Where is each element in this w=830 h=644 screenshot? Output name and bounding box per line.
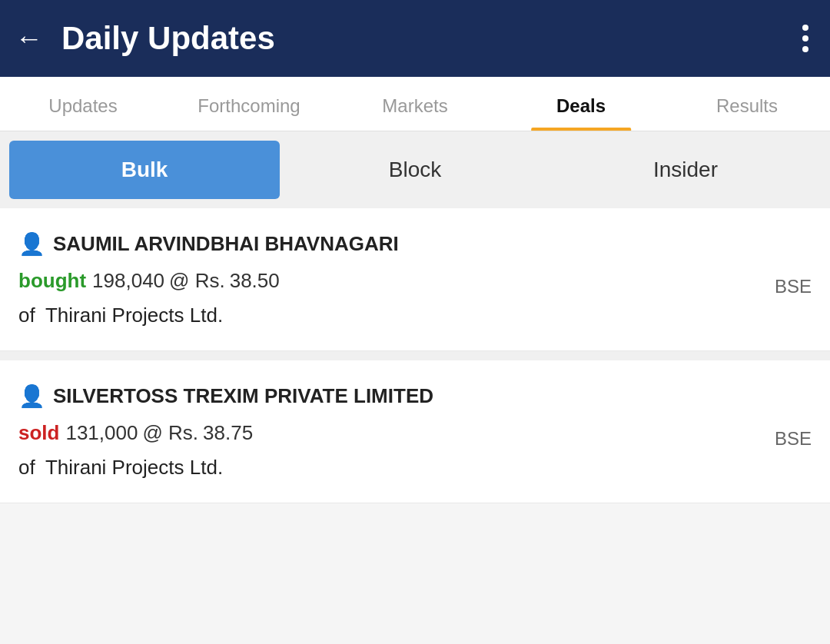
deal-company-of: of	[18, 304, 35, 327]
tab-bar: Updates Forthcoming Markets Deals Result…	[0, 77, 830, 131]
deal-company-name: Thirani Projects Ltd.	[45, 456, 223, 479]
more-options-button[interactable]	[796, 18, 815, 58]
page-title: Daily Updates	[61, 20, 275, 57]
deal-info-row: sold 131,000 @ Rs. 38.75 BSE	[18, 421, 812, 456]
sub-tab-block[interactable]: Block	[280, 141, 550, 199]
deal-company: of Thirani Projects Ltd.	[18, 456, 812, 480]
app-header: ← Daily Updates	[0, 0, 830, 77]
sub-tab-bulk[interactable]: Bulk	[9, 141, 280, 199]
deal-info-row: bought 198,040 @ Rs. 38.50 BSE	[18, 269, 812, 304]
deal-card-2[interactable]: 👤 SILVERTOSS TREXIM PRIVATE LIMITED sold…	[0, 360, 830, 503]
deal-person-name: 👤 SAUMIL ARVINDBHAI BHAVNAGARI	[18, 231, 812, 257]
deal-exchange: BSE	[775, 276, 812, 297]
deal-company-of: of	[18, 456, 35, 479]
deal-quantity: 131,000	[65, 421, 138, 445]
tab-updates[interactable]: Updates	[0, 77, 166, 131]
tab-results[interactable]: Results	[664, 77, 830, 131]
deals-list: 👤 SAUMIL ARVINDBHAI BHAVNAGARI bought 19…	[0, 208, 830, 503]
person-icon: 👤	[18, 231, 45, 257]
divider	[0, 351, 830, 360]
back-button[interactable]: ←	[15, 25, 43, 52]
deal-card-1[interactable]: 👤 SAUMIL ARVINDBHAI BHAVNAGARI bought 19…	[0, 208, 830, 351]
deal-company-name: Thirani Projects Ltd.	[45, 304, 223, 327]
deal-person-name: 👤 SILVERTOSS TREXIM PRIVATE LIMITED	[18, 383, 812, 409]
deal-company: of Thirani Projects Ltd.	[18, 304, 812, 327]
sub-tab-bar: Bulk Block Insider	[0, 131, 830, 208]
deal-transaction: bought 198,040 @ Rs. 38.50	[18, 269, 280, 293]
deal-action: bought	[18, 269, 86, 293]
deal-price: 38.50	[230, 269, 280, 293]
header-left: ← Daily Updates	[15, 20, 275, 57]
deal-quantity: 198,040	[92, 269, 164, 293]
deal-transaction: sold 131,000 @ Rs. 38.75	[18, 421, 253, 445]
deal-at: @ Rs.	[142, 421, 198, 445]
dot-icon	[802, 46, 808, 52]
deal-action: sold	[18, 421, 59, 445]
deal-exchange: BSE	[775, 428, 812, 450]
tab-markets[interactable]: Markets	[332, 77, 498, 131]
deal-at: @ Rs.	[169, 269, 225, 293]
person-icon: 👤	[18, 383, 45, 409]
deal-price: 38.75	[203, 421, 253, 445]
dot-icon	[802, 25, 808, 31]
sub-tab-insider[interactable]: Insider	[550, 141, 821, 199]
tab-forthcoming[interactable]: Forthcoming	[166, 77, 332, 131]
tab-deals[interactable]: Deals	[498, 77, 664, 131]
dot-icon	[802, 35, 808, 41]
